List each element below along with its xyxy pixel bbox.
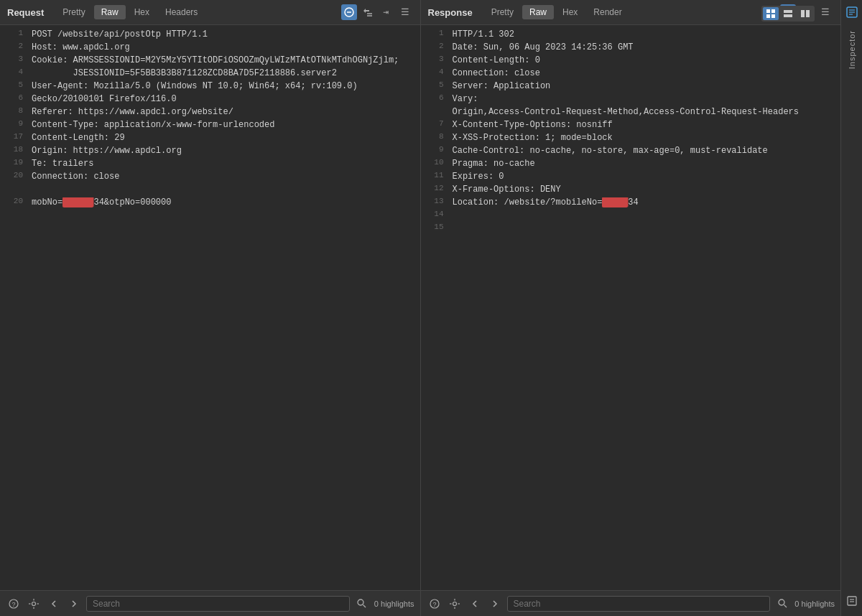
request-line-8: 8 Referer: https://www.apdcl.org/website… [0, 106, 420, 118]
response-settings-button[interactable] [447, 596, 463, 612]
svg-text:?: ? [11, 601, 15, 608]
request-tab-pretty[interactable]: Pretty [55, 5, 92, 19]
response-tab-hex[interactable]: Hex [555, 5, 585, 19]
redacted-mobile-no: █████ [602, 197, 628, 207]
request-line-19: 19 Te: trailers [0, 157, 420, 170]
request-line-4: 4 JSESSIONID=5F5BB3B3B871128ZCD8BA7D5F21… [0, 67, 420, 80]
svg-point-25 [453, 602, 456, 605]
response-menu-button[interactable]: ☰ [817, 4, 833, 20]
request-filter-button[interactable] [341, 4, 357, 20]
svg-rect-1 [771, 9, 775, 13]
request-tab-headers[interactable]: Headers [158, 5, 205, 19]
response-line-4: 4 Connection: close [421, 67, 841, 80]
request-forward-button[interactable] [66, 596, 82, 612]
response-line-14: 14 [421, 209, 841, 222]
request-title: Request [7, 7, 44, 18]
response-line-2: 2 Date: Sun, 06 Aug 2023 14:25:36 GMT [421, 41, 841, 54]
request-line-6: 6 Gecko/20100101 Firefox/116.0 [0, 93, 420, 106]
svg-rect-0 [766, 9, 770, 13]
response-line-15: 15 [421, 222, 841, 235]
svg-rect-5 [784, 14, 792, 17]
svg-line-31 [784, 605, 787, 608]
request-line-9: 9 Content-Type: application/x-www-form-u… [0, 118, 420, 131]
right-sidebar: Inspector [840, 0, 862, 616]
half-view-button[interactable] [780, 7, 796, 20]
response-line-6b: Origin,Access-Control-Request-Method,Acc… [421, 106, 841, 118]
response-tab-pretty[interactable]: Pretty [484, 5, 521, 19]
svg-point-19 [358, 599, 363, 605]
request-wrap-button[interactable] [360, 4, 376, 20]
response-line-12: 12 X-Frame-Options: DENY [421, 183, 841, 196]
svg-rect-7 [806, 10, 810, 17]
request-code-area[interactable]: 1 POST /website/api/postOtp HTTP/1.1 2 H… [0, 25, 420, 590]
response-tab-raw[interactable]: Raw [522, 5, 554, 19]
response-line-9: 9 Cache-Control: no-cache, no-store, max… [421, 144, 841, 157]
request-settings-button[interactable] [26, 596, 42, 612]
svg-point-14 [32, 602, 36, 605]
svg-rect-3 [771, 14, 775, 18]
inspector-icon[interactable] [843, 3, 861, 22]
svg-rect-36 [848, 597, 856, 605]
response-line-3: 3 Content-Length: 0 [421, 54, 841, 67]
request-help-button[interactable]: ? [6, 596, 22, 612]
svg-rect-6 [801, 10, 805, 17]
request-line-17: 17 Content-Length: 29 [0, 131, 420, 144]
request-highlights-label: 0 highlights [374, 599, 414, 608]
response-bottom-bar: ? 0 highlights [421, 590, 841, 616]
request-tab-raw[interactable]: Raw [94, 5, 126, 19]
response-line-6: 6 Vary: [421, 93, 841, 106]
request-line-3: 3 Cookie: ARMSSESSIONID=M2Y5MzY5YTItODFi… [0, 54, 420, 67]
response-highlights-label: 0 highlights [794, 599, 835, 608]
request-panel: Request Pretty Raw Hex Headers ⇥ [0, 0, 421, 616]
response-panel: Response Pretty Raw Hex Render ⇥ ☰ [421, 0, 841, 616]
request-line-empty [0, 183, 420, 196]
response-forward-button[interactable] [487, 596, 503, 612]
redacted-mob-no: ██████ [62, 197, 93, 207]
response-line-1: 1 HTTP/1.1 302 [421, 28, 841, 41]
svg-point-30 [779, 599, 784, 605]
response-line-11: 11 Expires: 0 [421, 170, 841, 183]
request-indent-button[interactable]: ⇥ [379, 4, 394, 20]
request-search-button[interactable] [354, 596, 370, 612]
request-bottom-bar: ? 0 highlights [0, 590, 420, 616]
request-tab-bar: Pretty Raw Hex Headers [55, 5, 340, 19]
stack-view-button[interactable] [797, 7, 813, 20]
response-line-7: 7 X-Content-Type-Options: nosniff [421, 118, 841, 131]
request-line-20a: 20 Connection: close [0, 170, 420, 183]
response-back-button[interactable] [467, 596, 483, 612]
notes-icon[interactable] [843, 592, 861, 610]
inspector-label: Inspector [848, 30, 856, 69]
request-line-1: 1 POST /website/api/postOtp HTTP/1.1 [0, 28, 420, 41]
response-line-10: 10 Pragma: no-cache [421, 157, 841, 170]
grid-view-button[interactable] [763, 7, 779, 20]
request-panel-header: Request Pretty Raw Hex Headers ⇥ [0, 0, 420, 25]
view-mode-group [761, 6, 815, 22]
top-right-icons [761, 6, 815, 22]
svg-rect-2 [766, 14, 770, 18]
svg-line-20 [363, 605, 366, 608]
response-help-button[interactable]: ? [427, 596, 442, 612]
svg-rect-4 [784, 10, 792, 13]
request-menu-button[interactable]: ☰ [397, 4, 413, 20]
request-tab-hex[interactable]: Hex [127, 5, 157, 19]
request-line-2: 2 Host: www.apdcl.org [0, 41, 420, 54]
request-line-18: 18 Origin: https://www.apdcl.org [0, 144, 420, 157]
response-search-button[interactable] [774, 596, 790, 612]
request-line-20b: 20 mobNo=██████34&otpNo=000000 [0, 196, 420, 209]
request-back-button[interactable] [46, 596, 62, 612]
response-line-8: 8 X-XSS-Protection: 1; mode=block [421, 131, 841, 144]
request-header-icons: ⇥ ☰ [341, 4, 413, 20]
response-line-5: 5 Server: Application [421, 80, 841, 93]
response-line-13: 13 Location: /website/?mobileNo=█████34 [421, 196, 841, 209]
svg-text:?: ? [432, 601, 436, 608]
response-tab-render[interactable]: Render [586, 5, 629, 19]
response-tab-bar: Pretty Raw Hex Render [484, 5, 780, 19]
response-code-area[interactable]: 1 HTTP/1.1 302 2 Date: Sun, 06 Aug 2023 … [421, 25, 841, 590]
request-search-input[interactable] [86, 596, 350, 612]
request-line-5: 5 User-Agent: Mozilla/5.0 (Windows NT 10… [0, 80, 420, 93]
response-title: Response [428, 7, 473, 18]
response-search-input[interactable] [507, 596, 771, 612]
